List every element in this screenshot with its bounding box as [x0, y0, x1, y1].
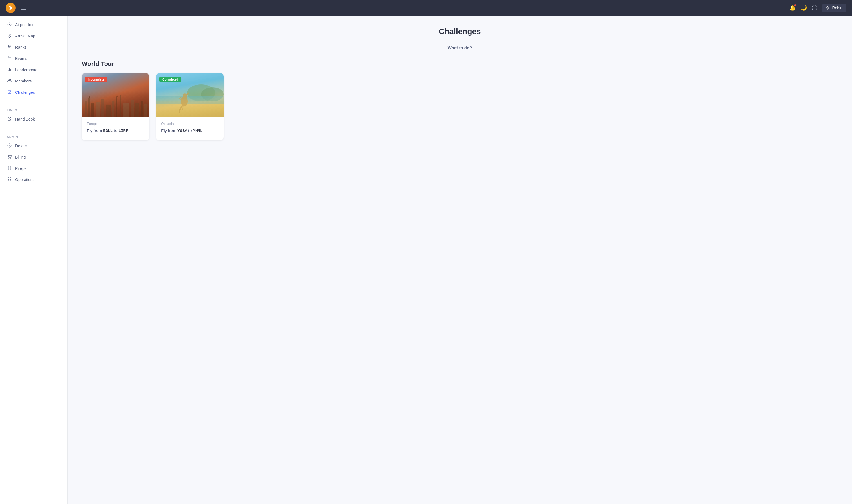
handbook-label: Hand Book: [15, 117, 35, 121]
svg-rect-27: [7, 180, 9, 181]
oceania-from-code: YSSY: [177, 129, 187, 133]
admin-section-label: ADMIN: [0, 131, 67, 140]
europe-from-code: EGLL: [103, 129, 113, 133]
app-body: Airport Info Arrival Map Ranks Events: [0, 16, 852, 504]
svg-rect-49: [156, 101, 224, 117]
notifications-button[interactable]: 🔔: [789, 5, 796, 11]
oceania-status-badge: Completed: [159, 77, 181, 82]
external-link-icon: [7, 116, 12, 122]
svg-rect-33: [96, 102, 100, 117]
sidebar-item-billing[interactable]: Billing: [0, 151, 67, 163]
svg-point-4: [9, 35, 10, 36]
oceania-card-image-wrap: Completed: [156, 73, 224, 117]
fullscreen-button[interactable]: ⛶: [812, 5, 817, 11]
notification-dot: [794, 4, 796, 6]
europe-card-image-wrap: Incomplete: [82, 73, 149, 117]
top-navigation: 🔔 🌙 ⛶ ✈ Robin: [0, 0, 852, 16]
oceania-desc-middle: to: [187, 128, 193, 133]
europe-status-badge: Incomplete: [85, 77, 107, 82]
svg-point-51: [181, 96, 188, 106]
svg-line-57: [182, 106, 183, 110]
europe-to-code: LIRF: [119, 129, 128, 133]
plane-icon: ✈: [826, 5, 830, 11]
svg-rect-21: [7, 166, 9, 167]
europe-card-region: Europe: [87, 122, 144, 126]
europe-desc-prefix: Fly from: [87, 128, 103, 133]
sidebar-item-ranks[interactable]: Ranks: [0, 42, 67, 53]
svg-line-56: [180, 106, 181, 110]
ranks-label: Ranks: [15, 45, 27, 50]
info-icon: [7, 22, 12, 27]
svg-point-48: [201, 87, 224, 101]
members-icon: [7, 78, 12, 84]
svg-rect-42: [131, 100, 134, 117]
europe-challenge-card[interactable]: Incomplete Europe Fly from EGLL to LIRF: [82, 73, 149, 140]
sidebar-item-arrival-map[interactable]: Arrival Map: [0, 31, 67, 42]
svg-marker-32: [89, 95, 90, 98]
svg-rect-36: [112, 101, 115, 117]
oceania-challenge-card[interactable]: Completed Oceania Fly from YSSY to YMML: [156, 73, 224, 140]
oceania-desc-prefix: Fly from: [161, 128, 177, 133]
europe-card-body: Europe Fly from EGLL to LIRF: [82, 117, 149, 140]
sidebar-item-events[interactable]: Events: [0, 53, 67, 64]
svg-rect-34: [101, 99, 104, 117]
pireps-label: Pireps: [15, 166, 27, 170]
sidebar-item-leaderboard[interactable]: Leaderboard: [0, 64, 67, 75]
svg-rect-30: [88, 98, 90, 117]
svg-rect-28: [10, 180, 11, 181]
world-tour-heading: World Tour: [82, 60, 838, 68]
europe-card-description: Fly from EGLL to LIRF: [87, 128, 144, 134]
details-icon: [7, 143, 12, 148]
main-content: Challenges What to do? World Tour: [68, 16, 852, 504]
svg-rect-44: [141, 101, 143, 117]
sidebar: Airport Info Arrival Map Ranks Events: [0, 16, 68, 504]
calendar-icon: [7, 56, 12, 61]
svg-rect-45: [144, 104, 147, 117]
airport-info-label: Airport Info: [15, 22, 34, 27]
sidebar-item-challenges[interactable]: Challenges: [0, 87, 67, 98]
svg-line-15: [9, 117, 11, 119]
svg-marker-38: [116, 95, 118, 96]
sidebar-item-details[interactable]: Details: [0, 140, 67, 151]
topnav-right: 🔔 🌙 ⛶ ✈ Robin: [789, 4, 846, 12]
svg-point-20: [11, 158, 11, 159]
ranks-icon: [7, 45, 12, 50]
challenge-cards-row: Incomplete Europe Fly from EGLL to LIRF: [82, 73, 838, 140]
svg-rect-24: [10, 168, 11, 169]
svg-rect-23: [7, 168, 9, 169]
sidebar-item-members[interactable]: Members: [0, 75, 67, 87]
oceania-card-region: Oceania: [161, 122, 219, 126]
svg-rect-43: [135, 103, 139, 117]
svg-rect-50: [156, 96, 224, 104]
operations-label: Operations: [15, 177, 34, 182]
sidebar-item-operations[interactable]: Operations: [0, 174, 67, 185]
user-menu-button[interactable]: ✈ Robin: [822, 4, 846, 12]
links-section-label: LINKS: [0, 104, 67, 113]
svg-rect-25: [7, 178, 9, 179]
logo[interactable]: [6, 3, 16, 13]
challenges-label: Challenges: [15, 90, 35, 95]
world-tour-section: World Tour: [82, 60, 838, 140]
billing-label: Billing: [15, 155, 25, 159]
topnav-left: [6, 3, 27, 13]
leaderboard-icon: [7, 67, 12, 72]
sidebar-divider-links: [0, 101, 67, 101]
svg-rect-14: [7, 90, 11, 93]
hamburger-menu-button[interactable]: [21, 6, 27, 10]
user-name-label: Robin: [832, 6, 842, 10]
svg-rect-37: [116, 96, 117, 117]
sidebar-item-handbook[interactable]: Hand Book: [0, 113, 67, 125]
challenges-icon: [7, 90, 12, 95]
oceania-card-body: Oceania Fly from YSSY to YMML: [156, 117, 224, 140]
sidebar-item-pireps[interactable]: Pireps: [0, 163, 67, 174]
sidebar-item-airport-info[interactable]: Airport Info: [0, 19, 67, 31]
svg-rect-26: [10, 178, 11, 179]
theme-toggle-button[interactable]: 🌙: [801, 5, 807, 11]
svg-rect-31: [91, 103, 94, 117]
svg-rect-6: [7, 57, 11, 60]
arrival-map-label: Arrival Map: [15, 34, 35, 38]
events-label: Events: [15, 56, 27, 61]
svg-line-58: [179, 98, 181, 100]
pireps-icon: [7, 166, 12, 171]
members-label: Members: [15, 79, 32, 83]
